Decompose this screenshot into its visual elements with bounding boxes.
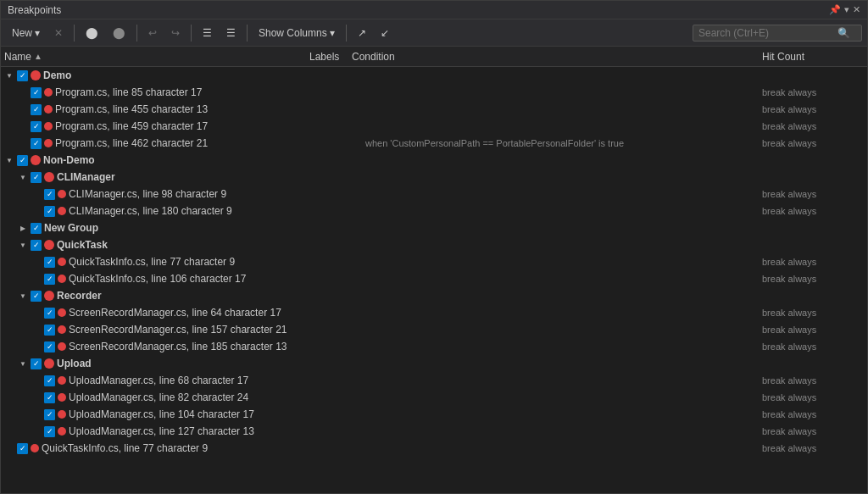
checkbox[interactable]: ✓	[44, 189, 55, 200]
row-name-cell: ✓Program.cs, line 85 character 17	[18, 86, 323, 98]
checkbox[interactable]: ✓	[44, 206, 55, 217]
list-item[interactable]: ✓UploadManager.cs, line 127 character 13…	[1, 423, 867, 440]
list-item[interactable]: ✓UploadManager.cs, line 68 character 17b…	[1, 372, 867, 389]
list-item[interactable]: ✓Program.cs, line 459 character 17break …	[1, 118, 867, 135]
checkbox[interactable]: ✓	[44, 392, 55, 403]
show-columns-button[interactable]: Show Columns ▾	[253, 25, 341, 42]
list-item[interactable]: ✓ScreenRecordManager.cs, line 185 charac…	[1, 338, 867, 355]
checkbox[interactable]: ✓	[17, 155, 28, 166]
expand-icon[interactable]: ▼	[4, 155, 14, 165]
checkbox[interactable]: ✓	[31, 223, 42, 234]
checkbox[interactable]: ✓	[31, 291, 42, 302]
list-item[interactable]: ✓UploadManager.cs, line 104 character 17…	[1, 406, 867, 423]
search-condition-button[interactable]: ↙	[375, 25, 395, 42]
search-input[interactable]	[698, 27, 834, 39]
row-name-cell: ✓UploadManager.cs, line 68 character 17	[31, 375, 337, 386]
list-item[interactable]: ✓ScreenRecordManager.cs, line 157 charac…	[1, 321, 867, 338]
col-header-name[interactable]: Name ▲	[4, 51, 309, 63]
checkbox[interactable]: ✓	[17, 443, 28, 454]
list-item[interactable]: ✓CLIManager.cs, line 180 character 9brea…	[1, 203, 867, 219]
bp-dot	[44, 291, 54, 301]
list-item[interactable]: ▼✓CLIManager	[1, 169, 867, 186]
list-item[interactable]: ✓ScreenRecordManager.cs, line 64 charact…	[1, 304, 867, 321]
checkbox[interactable]: ✓	[44, 341, 55, 352]
undo-button[interactable]: ↩	[142, 25, 163, 42]
list-item[interactable]: ▼✓Demo	[1, 67, 867, 84]
undo-icon: ↩	[148, 27, 157, 39]
enable-all-button[interactable]: ⬤	[80, 24, 104, 42]
row-label: ScreenRecordManager.cs, line 64 characte…	[69, 307, 281, 319]
list-item[interactable]: ▶✓New Group	[1, 219, 867, 236]
title-bar-controls: 📌 ▾ ✕	[829, 4, 860, 15]
list-item[interactable]: ✓Program.cs, line 85 character 17break a…	[1, 84, 867, 101]
checkbox[interactable]: ✓	[31, 87, 42, 98]
pin-icon[interactable]: 📌	[829, 4, 841, 15]
list-item[interactable]: ✓Program.cs, line 455 character 13break …	[1, 101, 867, 118]
list-item[interactable]: ✓QuickTaskInfo.cs, line 77 character 9br…	[1, 440, 867, 457]
row-name-cell: ✓QuickTaskInfo.cs, line 77 character 9	[31, 256, 337, 268]
list-item[interactable]: ▼✓Recorder	[1, 287, 867, 304]
row-name-cell: ▼✓Non-Demo	[4, 154, 309, 166]
search-box[interactable]: 🔍	[693, 25, 862, 42]
column-headers: Name ▲ Labels Condition Hit Count	[1, 47, 867, 67]
checkbox[interactable]: ✓	[44, 375, 55, 386]
expand-icon[interactable]: ▶	[18, 223, 28, 233]
expand-icon[interactable]: ▼	[18, 240, 28, 250]
list-item[interactable]: ▼✓Non-Demo	[1, 152, 867, 169]
checkbox[interactable]: ✓	[44, 308, 55, 319]
checkbox[interactable]: ✓	[44, 325, 55, 336]
redo-button[interactable]: ↪	[165, 25, 186, 42]
checkbox[interactable]: ✓	[31, 240, 42, 251]
row-label: ScreenRecordManager.cs, line 185 charact…	[69, 341, 287, 352]
export-button[interactable]: ☰	[197, 25, 218, 42]
bp-dot-small	[31, 444, 39, 452]
row-hitcount-cell: break always	[762, 87, 864, 97]
checkbox[interactable]: ✓	[44, 409, 55, 420]
bp-dot-small	[58, 275, 66, 283]
list-item[interactable]: ✓QuickTaskInfo.cs, line 77 character 9br…	[1, 253, 867, 270]
go-to-source-button[interactable]: ↗	[352, 25, 372, 42]
more-icon[interactable]: ▾	[844, 4, 849, 15]
list-item[interactable]: ✓CLIManager.cs, line 98 character 9break…	[1, 186, 867, 203]
list-item[interactable]: ✓QuickTaskInfo.cs, line 106 character 17…	[1, 270, 867, 287]
col-header-condition[interactable]: Condition	[352, 51, 762, 63]
list-item[interactable]: ✓Program.cs, line 462 character 21when '…	[1, 135, 867, 152]
list-item[interactable]: ✓UploadManager.cs, line 82 character 24b…	[1, 389, 867, 406]
bp-dot-small	[58, 427, 66, 436]
group-label: CLIManager	[57, 171, 115, 183]
checkbox[interactable]: ✓	[31, 121, 42, 132]
checkbox[interactable]: ✓	[17, 70, 28, 81]
breakpoints-list[interactable]: ▼✓Demo✓Program.cs, line 85 character 17b…	[1, 67, 867, 493]
new-button[interactable]: New ▾	[6, 25, 46, 42]
checkbox[interactable]: ✓	[44, 257, 55, 268]
col-header-hitcount[interactable]: Hit Count	[762, 51, 864, 63]
list-item[interactable]: ▼✓Upload	[1, 355, 867, 372]
delete-button[interactable]: ✕	[48, 25, 69, 42]
checkbox[interactable]: ✓	[44, 426, 55, 437]
row-name-cell: ✓ScreenRecordManager.cs, line 157 charac…	[31, 324, 337, 336]
expand-icon[interactable]: ▼	[18, 358, 28, 369]
col-header-labels[interactable]: Labels	[309, 51, 352, 63]
expand-icon[interactable]: ▼	[18, 291, 28, 301]
row-name-cell: ✓QuickTaskInfo.cs, line 106 character 17	[31, 273, 337, 285]
expand-icon[interactable]: ▼	[18, 172, 28, 182]
row-name-cell: ✓CLIManager.cs, line 98 character 9	[31, 188, 337, 200]
checkbox[interactable]: ✓	[44, 274, 55, 285]
bp-dot-small	[58, 325, 66, 334]
row-hitcount-cell: break always	[762, 426, 864, 436]
close-icon[interactable]: ✕	[853, 4, 860, 15]
show-columns-arrow: ▾	[330, 27, 335, 39]
group-label: Non-Demo	[43, 154, 95, 166]
disable-all-button[interactable]: ⬤	[107, 24, 131, 42]
checkbox[interactable]: ✓	[31, 104, 42, 115]
import-button[interactable]: ☰	[220, 25, 242, 42]
bp-dot-small	[58, 342, 66, 351]
list-item[interactable]: ▼✓QuickTask	[1, 236, 867, 253]
enable-all-icon: ⬤	[86, 26, 98, 39]
checkbox[interactable]: ✓	[31, 172, 42, 183]
checkbox[interactable]: ✓	[31, 358, 42, 369]
checkbox[interactable]: ✓	[31, 138, 42, 149]
disable-all-icon: ⬤	[113, 26, 125, 39]
row-name-cell: ✓Program.cs, line 462 character 21	[18, 137, 323, 149]
expand-icon[interactable]: ▼	[4, 70, 14, 80]
